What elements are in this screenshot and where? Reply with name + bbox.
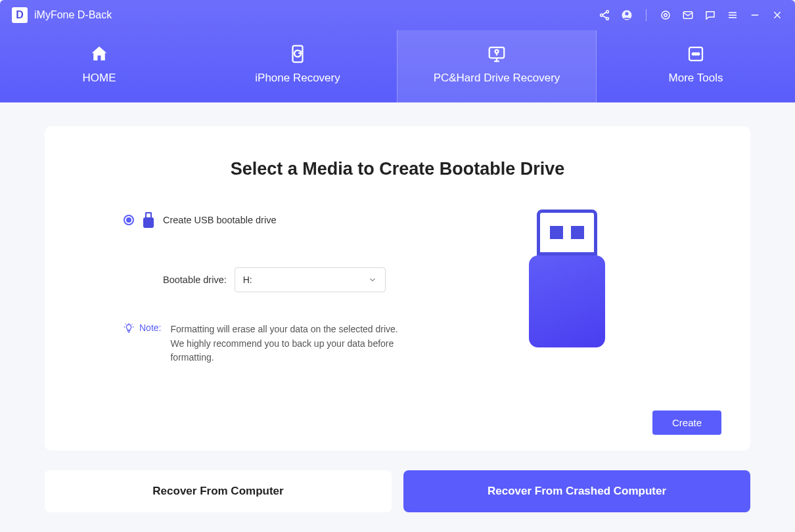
- close-icon[interactable]: [771, 9, 783, 21]
- home-icon: [88, 43, 110, 65]
- feedback-icon[interactable]: [704, 9, 716, 21]
- recover-from-computer-tab[interactable]: Recover From Computer: [45, 470, 392, 512]
- titlebar-icons: [599, 9, 783, 21]
- svg-point-25: [697, 53, 699, 55]
- titlebar: D iMyFone D-Back: [0, 0, 795, 30]
- chevron-down-icon: [368, 275, 377, 284]
- account-icon[interactable]: [621, 9, 633, 21]
- menu-icon[interactable]: [727, 9, 738, 21]
- note-row: Note: Formatting will erase all your dat…: [124, 322, 422, 365]
- usb-drive-illustration: [529, 210, 605, 347]
- app-title: iMyFone D-Back: [34, 9, 112, 21]
- tab-home[interactable]: HOME: [0, 30, 198, 102]
- svg-point-23: [693, 53, 694, 55]
- note-label: Note:: [139, 322, 161, 333]
- share-icon[interactable]: [599, 9, 610, 21]
- titlebar-divider: [646, 9, 647, 21]
- tab-label: PC&Hard Drive Recovery: [434, 72, 560, 85]
- svg-point-24: [695, 53, 697, 55]
- svg-line-3: [602, 12, 606, 15]
- svg-point-7: [662, 11, 670, 19]
- app-window: D iMyFone D-Back: [0, 0, 795, 532]
- card-body: Create USB bootable drive Bootable drive…: [84, 212, 711, 431]
- tab-more-tools[interactable]: More Tools: [597, 30, 795, 102]
- left-column: Create USB bootable drive Bootable drive…: [84, 212, 422, 431]
- usb-mini-icon: [143, 212, 154, 228]
- tab-iphone-recovery[interactable]: iPhone Recovery: [198, 30, 397, 102]
- note-text: Formatting will erase all your data on t…: [170, 322, 407, 365]
- more-icon: [686, 43, 706, 65]
- settings-icon[interactable]: [660, 9, 671, 21]
- radio-selected-icon: [124, 215, 134, 225]
- bootable-drive-row: Bootable drive: H:: [163, 267, 422, 292]
- tab-pc-hard-drive-recovery[interactable]: PC&Hard Drive Recovery: [397, 30, 597, 102]
- monitor-key-icon: [486, 43, 507, 65]
- bootable-drive-select[interactable]: H:: [235, 267, 386, 292]
- tab-label: iPhone Recovery: [255, 72, 340, 85]
- header: D iMyFone D-Back: [0, 0, 795, 102]
- bottom-tabs: Recover From Computer Recover From Crash…: [45, 470, 750, 512]
- main-card: Select a Media to Create Bootable Drive …: [45, 126, 750, 451]
- app-logo: D: [12, 7, 28, 23]
- select-label: Bootable drive:: [163, 275, 227, 285]
- svg-point-18: [495, 50, 499, 53]
- right-column: [422, 212, 711, 431]
- tab-label: More Tools: [669, 72, 723, 85]
- content-area: Select a Media to Create Bootable Drive …: [0, 102, 795, 532]
- svg-point-8: [664, 14, 668, 17]
- mail-icon[interactable]: [682, 9, 694, 21]
- nav-tabs: HOME iPhone Recovery PC&Hard Drive Recov…: [0, 30, 795, 102]
- usb-bootable-option[interactable]: Create USB bootable drive: [124, 212, 422, 228]
- card-title: Select a Media to Create Bootable Drive: [84, 159, 711, 179]
- minimize-icon[interactable]: [749, 9, 761, 21]
- svg-line-4: [602, 16, 606, 18]
- svg-point-6: [625, 12, 628, 15]
- recover-from-crashed-computer-tab[interactable]: Recover From Crashed Computer: [403, 470, 750, 512]
- select-value: H:: [243, 275, 252, 285]
- svg-line-29: [125, 324, 126, 324]
- svg-line-30: [132, 324, 133, 324]
- radio-label: Create USB bootable drive: [163, 215, 277, 225]
- tab-label: HOME: [83, 72, 116, 85]
- lightbulb-icon: [124, 323, 134, 334]
- iphone-refresh-icon: [288, 43, 307, 65]
- create-button[interactable]: Create: [652, 410, 721, 435]
